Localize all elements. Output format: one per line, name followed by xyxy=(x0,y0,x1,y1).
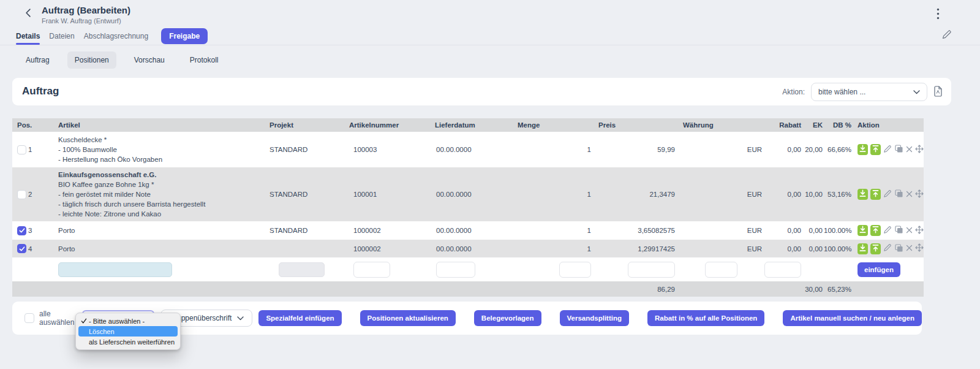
copy-position-button[interactable] xyxy=(894,243,903,254)
lieferdatum-cell: 00.00.0000 xyxy=(431,221,513,240)
arrow-down-to-bar-icon xyxy=(859,244,867,254)
menu-item-label: Löschen xyxy=(89,328,115,335)
waehrung-cell: EUR xyxy=(680,240,763,257)
arrow-up-to-bar-icon xyxy=(872,145,880,154)
tab-details[interactable]: Details xyxy=(16,27,40,45)
copy-position-button[interactable] xyxy=(894,225,903,236)
main-tabs: Details Dateien Abschlagsrechnung Freiga… xyxy=(16,27,208,45)
rabatt-cell: 0,00 xyxy=(763,132,802,167)
row-checkbox[interactable] xyxy=(17,145,26,154)
col-header-aktion: Aktion xyxy=(853,118,924,132)
bulk-action-dropdown-menu: - Bitte auswählen - Löschen als Liefersc… xyxy=(75,313,181,350)
edit-position-button[interactable] xyxy=(883,243,892,254)
main-tabs-row: Details Dateien Abschlagsrechnung Freiga… xyxy=(0,27,980,45)
move-position-down-button[interactable] xyxy=(858,189,868,200)
ek-cell: 0,00 xyxy=(802,240,824,257)
move-position-down-button[interactable] xyxy=(858,225,868,236)
drag-position-button[interactable] xyxy=(915,243,924,254)
subtab-positionen[interactable]: Positionen xyxy=(67,51,116,69)
col-header-menge: Menge xyxy=(513,118,597,132)
drag-position-button[interactable] xyxy=(915,189,924,200)
aktion-select[interactable]: bitte wählen ... xyxy=(811,83,927,101)
col-header-artikelnummer: Artikelnummer xyxy=(345,118,431,132)
new-lieferdatum-input[interactable] xyxy=(436,262,475,278)
subtab-auftrag[interactable]: Auftrag xyxy=(18,51,57,69)
ek-cell: 20,00 xyxy=(802,132,824,167)
drag-position-button[interactable] xyxy=(915,145,924,155)
footer-buttons: Spezialfeld einfügen Positionen aktualis… xyxy=(258,310,922,326)
aktion-label: Aktion: xyxy=(782,88,805,96)
new-rabatt-input[interactable] xyxy=(764,262,801,278)
projekt-cell: STANDARD xyxy=(266,132,345,167)
spezialfeld-einfuegen-button[interactable]: Spezialfeld einfügen xyxy=(258,310,341,326)
new-artikelnummer-input[interactable] xyxy=(353,262,390,278)
subtab-vorschau[interactable]: Vorschau xyxy=(127,51,172,69)
edit-position-button[interactable] xyxy=(883,145,892,155)
versandsplitting-button[interactable]: Versandsplitting xyxy=(560,310,629,326)
move-position-up-button[interactable] xyxy=(870,225,881,236)
delete-position-button[interactable] xyxy=(906,244,913,253)
positions-table: Pos. Artikel Projekt Artikelnummer Liefe… xyxy=(12,118,924,297)
row-checkbox[interactable] xyxy=(17,190,26,199)
artikel-line: Porto xyxy=(58,244,266,254)
x-icon xyxy=(906,190,913,199)
tab-abschlagsrechnung[interactable]: Abschlagsrechnung xyxy=(84,27,148,45)
freigabe-button[interactable]: Freigabe xyxy=(161,28,208,44)
ek-cell: 10,00 xyxy=(802,167,824,221)
delete-position-button[interactable] xyxy=(906,226,913,235)
move-position-up-button[interactable] xyxy=(870,144,881,155)
back-button[interactable] xyxy=(23,9,33,18)
menu-item-label: als Lieferschein weiterführen xyxy=(89,338,175,346)
move-position-up-button[interactable] xyxy=(870,189,881,200)
waehrung-cell: EUR xyxy=(680,221,763,240)
delete-position-button[interactable] xyxy=(906,190,913,199)
copy-position-button[interactable] xyxy=(894,189,903,200)
row-actions xyxy=(858,189,924,200)
edit-position-button[interactable] xyxy=(883,226,892,236)
artikel-manuell-suchen-button[interactable]: Artikel manuell suchen / neu anlegen xyxy=(783,310,922,326)
new-preis-input[interactable] xyxy=(628,262,675,278)
positionen-aktualisieren-button[interactable]: Positionen aktualisieren xyxy=(360,310,456,326)
pdf-export-button[interactable] xyxy=(933,86,943,99)
rabatt-alle-positionen-button[interactable]: Rabatt in % auf alle Positionen xyxy=(647,310,764,326)
drag-position-button[interactable] xyxy=(915,226,924,236)
new-waehrung-input[interactable] xyxy=(705,262,737,278)
menu-item-bitte-auswaehlen[interactable]: - Bitte auswählen - xyxy=(78,316,178,326)
total-preis: 86,29 xyxy=(597,281,680,297)
pencil-icon xyxy=(883,243,892,254)
move-position-up-button[interactable] xyxy=(870,243,881,254)
edit-position-button[interactable] xyxy=(883,189,892,200)
row-checkbox[interactable] xyxy=(17,244,26,253)
copy-icon xyxy=(894,189,903,200)
artikelnummer-cell: 100003 xyxy=(345,132,431,167)
col-header-projekt: Projekt xyxy=(266,118,345,132)
select-all-checkbox[interactable] xyxy=(24,313,34,323)
move-position-down-button[interactable] xyxy=(858,144,868,155)
page-subtitle: Frank W. Auftrag (Entwurf) xyxy=(42,17,130,25)
subtab-protokoll[interactable]: Protokoll xyxy=(183,51,226,69)
copy-icon xyxy=(894,144,903,155)
preis-cell: 59,99 xyxy=(597,132,680,167)
menu-item-lieferschein[interactable]: als Lieferschein weiterführen xyxy=(78,337,178,347)
menu-item-loeschen[interactable]: Löschen xyxy=(78,326,178,337)
edit-order-button[interactable] xyxy=(941,29,952,42)
new-menge-input[interactable] xyxy=(559,262,591,278)
move-position-down-button[interactable] xyxy=(858,243,868,254)
kebab-menu-button[interactable] xyxy=(932,8,943,20)
lieferdatum-cell: 00.00.0000 xyxy=(431,240,513,257)
belegevorlagen-button[interactable]: Belegevorlagen xyxy=(474,310,541,326)
menge-cell: 1 xyxy=(513,132,597,167)
new-artikel-input[interactable] xyxy=(58,262,172,277)
chevron-down-icon xyxy=(913,88,920,96)
rabatt-cell: 0,00 xyxy=(763,240,802,257)
rabatt-cell: 0,00 xyxy=(763,167,802,221)
delete-position-button[interactable] xyxy=(906,145,913,154)
select-all-label: alle auswählen xyxy=(39,310,77,327)
tab-dateien[interactable]: Dateien xyxy=(49,27,74,45)
row-checkbox[interactable] xyxy=(17,226,26,235)
einfuegen-button[interactable]: einfügen xyxy=(858,262,900,277)
preis-cell: 21,3479 xyxy=(597,167,680,221)
new-projekt-input[interactable] xyxy=(279,262,325,277)
copy-position-button[interactable] xyxy=(894,144,903,155)
waehrung-cell: EUR xyxy=(680,132,763,167)
